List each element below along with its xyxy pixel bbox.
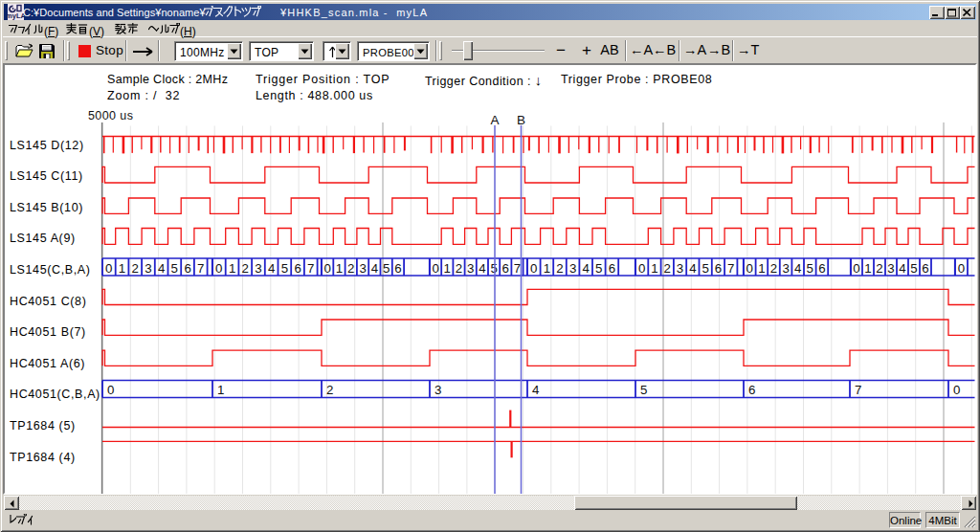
svg-text:0: 0 [105,261,112,276]
svg-text:2: 2 [556,261,563,276]
svg-text:6: 6 [818,261,825,276]
svg-text:3: 3 [145,261,151,276]
svg-text:LS145 C(11): LS145 C(11) [10,169,83,183]
svg-text:6: 6 [294,261,301,276]
svg-text:6: 6 [922,261,928,276]
svg-text:4: 4 [582,261,589,276]
svg-text:3: 3 [255,261,261,276]
svg-text:4: 4 [899,261,905,276]
svg-text:7: 7 [514,261,521,276]
svg-text:2: 2 [347,261,354,276]
svg-text:7: 7 [307,261,314,276]
svg-text:5: 5 [490,261,497,276]
svg-text:2: 2 [131,261,138,276]
svg-text:LS145 B(10): LS145 B(10) [10,201,83,214]
svg-text:6: 6 [184,261,190,276]
svg-text:5: 5 [595,261,602,276]
svg-text:6: 6 [609,261,615,276]
svg-text:1: 1 [864,261,871,276]
svg-text:3: 3 [569,261,576,276]
svg-text:5: 5 [702,261,708,276]
svg-text:2: 2 [241,261,248,276]
svg-text:5: 5 [281,261,288,276]
svg-text:4: 4 [689,261,696,276]
svg-text:A: A [490,113,499,127]
svg-text:1: 1 [217,383,224,397]
svg-text:5: 5 [807,261,813,276]
svg-text:1: 1 [758,261,765,276]
svg-text:LS145 A(9): LS145 A(9) [10,232,76,245]
svg-text:5: 5 [383,261,390,276]
svg-text:3: 3 [359,261,366,276]
svg-text:LS145(C,B,A): LS145(C,B,A) [10,263,91,277]
svg-text:1: 1 [336,261,343,276]
svg-text:5000 us: 5000 us [88,109,133,122]
svg-text:2: 2 [770,261,777,276]
svg-text:3: 3 [677,261,683,276]
svg-text:4: 4 [158,261,165,276]
svg-text:6: 6 [748,383,755,397]
svg-text:4: 4 [268,261,275,276]
svg-text:1: 1 [444,261,451,276]
svg-text:0: 0 [958,261,965,276]
svg-text:HC4051 B(7): HC4051 B(7) [10,325,86,339]
svg-text:HC4051 C(8): HC4051 C(8) [10,295,86,308]
svg-text:3: 3 [434,383,441,397]
svg-text:LS145 D(12): LS145 D(12) [10,139,84,152]
svg-text:1: 1 [651,261,657,276]
svg-text:0: 0 [853,261,859,276]
svg-text:3: 3 [467,261,474,276]
svg-text:0: 0 [215,261,222,276]
svg-text:1: 1 [544,261,550,276]
svg-text:B: B [517,113,525,127]
svg-text:3: 3 [887,261,894,276]
svg-text:5: 5 [910,261,917,276]
svg-text:4: 4 [479,261,485,276]
svg-text:6: 6 [502,261,509,276]
svg-text:7: 7 [855,383,861,397]
svg-text:0: 0 [107,383,114,397]
svg-text:0: 0 [432,261,438,276]
svg-text:HC4051 A(6): HC4051 A(6) [10,357,85,370]
svg-text:0: 0 [746,261,753,276]
svg-text:0: 0 [953,383,960,397]
svg-text:1: 1 [229,261,235,276]
svg-text:2: 2 [663,261,670,276]
svg-text:6: 6 [394,261,401,276]
svg-text:4: 4 [371,261,378,276]
svg-text:4: 4 [794,261,801,276]
svg-text:2: 2 [876,261,882,276]
svg-text:TP1684 (5): TP1684 (5) [10,419,76,432]
svg-text:7: 7 [727,261,734,276]
svg-text:6: 6 [715,261,722,276]
svg-text:0: 0 [530,261,537,276]
svg-text:4: 4 [532,383,539,397]
svg-text:7: 7 [197,261,204,276]
svg-text:0: 0 [638,261,645,276]
svg-text:5: 5 [640,383,647,397]
svg-text:0: 0 [323,261,330,276]
svg-text:2: 2 [326,383,333,397]
svg-text:HC4051(C,B,A): HC4051(C,B,A) [10,388,100,401]
svg-text:1: 1 [119,261,125,276]
svg-text:5: 5 [171,261,178,276]
svg-text:TP1684 (4): TP1684 (4) [10,451,76,464]
svg-text:2: 2 [456,261,462,276]
svg-text:3: 3 [782,261,789,276]
